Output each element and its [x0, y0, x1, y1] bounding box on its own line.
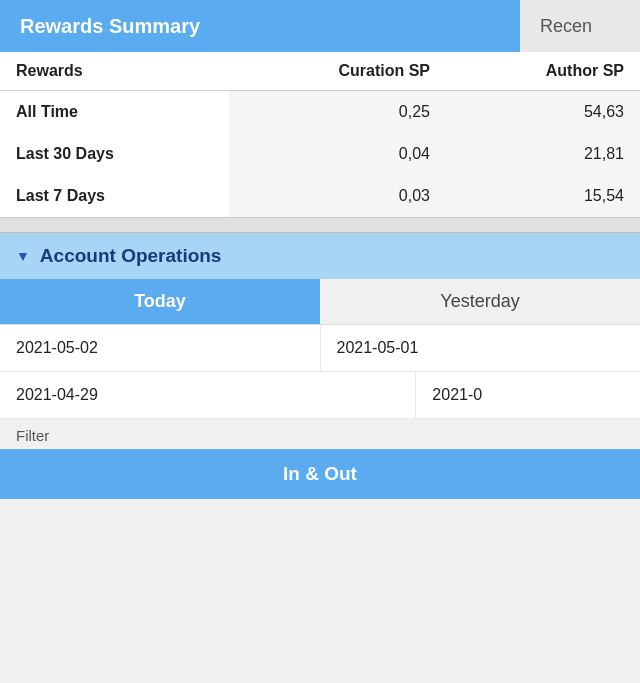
filter-label: Filter [16, 427, 49, 444]
filter-section: Filter [0, 419, 640, 449]
curation-sp-value: 0,03 [229, 175, 446, 217]
date-item[interactable]: 2021-05-02 [0, 325, 321, 371]
author-sp-value: 21,81 [446, 133, 640, 175]
date-item[interactable]: 2021-05-01 [321, 325, 641, 371]
table-row: Last 7 Days 0,03 15,54 [0, 175, 640, 217]
ops-items: 2021-05-02 2021-05-01 2021-04-29 2021-0 [0, 325, 640, 419]
col-header-rewards: Rewards [0, 52, 229, 91]
row-label: All Time [0, 91, 229, 134]
section-divider [0, 217, 640, 233]
table-row: All Time 0,25 54,63 [0, 91, 640, 134]
row-label: Last 30 Days [0, 133, 229, 175]
ops-tab-bar: Today Yesterday [0, 279, 640, 325]
chevron-down-icon: ▼ [16, 248, 30, 264]
rewards-table: Rewards Curation SP Author SP All Time 0… [0, 52, 640, 217]
row-label: Last 7 Days [0, 175, 229, 217]
ops-row: 2021-05-02 2021-05-01 [0, 325, 640, 372]
tab-recent[interactable]: Recen [520, 0, 640, 52]
col-header-author-sp: Author SP [446, 52, 640, 91]
date-item-truncated[interactable]: 2021-0 [416, 372, 640, 418]
date-item[interactable]: 2021-04-29 [0, 372, 416, 418]
curation-sp-value: 0,04 [229, 133, 446, 175]
tab-rewards-summary[interactable]: Rewards Summary [0, 0, 520, 52]
account-operations-header: ▼ Account Operations [0, 233, 640, 279]
curation-sp-value: 0,25 [229, 91, 446, 134]
account-operations-title: Account Operations [40, 245, 222, 267]
tab-yesterday[interactable]: Yesterday [320, 279, 640, 324]
tab-today[interactable]: Today [0, 279, 320, 324]
in-out-button[interactable]: In & Out [0, 449, 640, 499]
author-sp-value: 54,63 [446, 91, 640, 134]
ops-row: 2021-04-29 2021-0 [0, 372, 640, 419]
author-sp-value: 15,54 [446, 175, 640, 217]
table-row: Last 30 Days 0,04 21,81 [0, 133, 640, 175]
col-header-curation-sp: Curation SP [229, 52, 446, 91]
tab-bar: Rewards Summary Recen [0, 0, 640, 52]
